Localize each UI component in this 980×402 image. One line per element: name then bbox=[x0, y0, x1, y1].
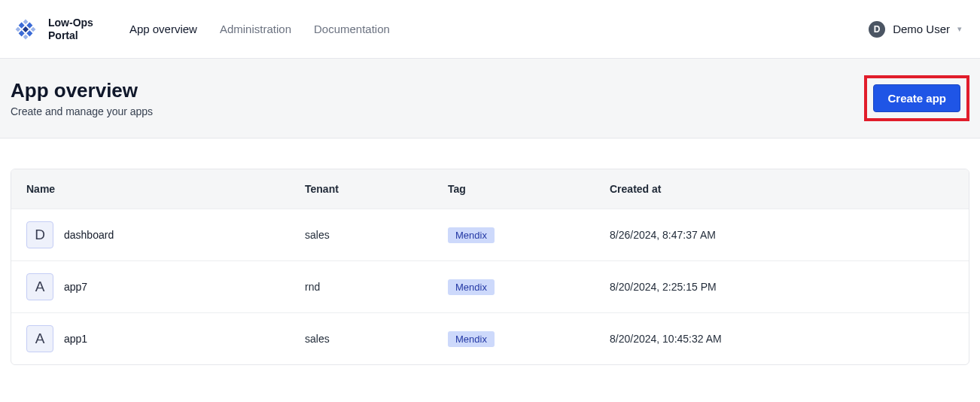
row-tenant: sales bbox=[305, 229, 448, 241]
user-menu[interactable]: D Demo User ▾ bbox=[869, 21, 962, 38]
highlight-annotation: Create app bbox=[864, 75, 969, 121]
col-tag[interactable]: Tag bbox=[448, 183, 610, 195]
tag-badge: Mendix bbox=[448, 227, 495, 243]
brand-line2: Portal bbox=[48, 29, 93, 41]
row-name: app1 bbox=[64, 333, 87, 345]
svg-rect-0 bbox=[23, 26, 29, 32]
nav-app-overview[interactable]: App overview bbox=[129, 23, 197, 35]
tag-badge: Mendix bbox=[448, 331, 495, 347]
table-wrap: Name Tenant Tag Created at D dashboard s… bbox=[0, 139, 980, 365]
row-created: 8/20/2024, 2:25:15 PM bbox=[610, 281, 954, 293]
apps-table: Name Tenant Tag Created at D dashboard s… bbox=[11, 169, 969, 365]
topbar-left: Low-Ops Portal App overview Administrati… bbox=[11, 14, 390, 44]
nav-documentation[interactable]: Documentation bbox=[314, 23, 390, 35]
table-row[interactable]: A app7 rnd Mendix 8/20/2024, 2:25:15 PM bbox=[11, 260, 969, 312]
nav-administration[interactable]: Administration bbox=[220, 23, 291, 35]
svg-rect-3 bbox=[26, 22, 32, 28]
page-title: App overview bbox=[11, 79, 153, 102]
row-avatar: D bbox=[26, 221, 53, 248]
name-cell: D dashboard bbox=[26, 221, 305, 248]
avatar: D bbox=[869, 21, 885, 38]
row-tag-cell: Mendix bbox=[448, 331, 610, 347]
name-cell: A app1 bbox=[26, 325, 305, 352]
col-tenant[interactable]: Tenant bbox=[305, 183, 448, 195]
svg-rect-8 bbox=[23, 34, 29, 39]
topbar: Low-Ops Portal App overview Administrati… bbox=[0, 0, 980, 59]
table-row[interactable]: A app1 sales Mendix 8/20/2024, 10:45:32 … bbox=[11, 312, 969, 364]
row-tag-cell: Mendix bbox=[448, 227, 610, 243]
svg-rect-2 bbox=[26, 30, 32, 36]
row-avatar: A bbox=[26, 273, 53, 300]
page-header-text: App overview Create and manage your apps bbox=[11, 79, 153, 117]
user-name: Demo User bbox=[893, 23, 950, 35]
brand-logo-icon bbox=[11, 14, 41, 44]
chevron-down-icon: ▾ bbox=[957, 24, 962, 34]
svg-rect-7 bbox=[16, 26, 21, 32]
col-created[interactable]: Created at bbox=[610, 183, 954, 195]
brand-line1: Low-Ops bbox=[48, 17, 93, 29]
row-avatar: A bbox=[26, 325, 53, 352]
table-header: Name Tenant Tag Created at bbox=[11, 169, 969, 209]
row-created: 8/26/2024, 8:47:37 AM bbox=[610, 229, 954, 241]
row-tenant: sales bbox=[305, 333, 448, 345]
svg-rect-5 bbox=[23, 19, 29, 24]
brand-text: Low-Ops Portal bbox=[48, 17, 93, 41]
tag-badge: Mendix bbox=[448, 279, 495, 295]
row-tenant: rnd bbox=[305, 281, 448, 293]
svg-rect-4 bbox=[19, 30, 25, 36]
create-app-button[interactable]: Create app bbox=[873, 84, 960, 112]
brand[interactable]: Low-Ops Portal bbox=[11, 14, 93, 44]
row-name: dashboard bbox=[64, 229, 114, 241]
row-name: app7 bbox=[64, 281, 87, 293]
page-header: App overview Create and manage your apps… bbox=[0, 59, 980, 139]
table-row[interactable]: D dashboard sales Mendix 8/26/2024, 8:47… bbox=[11, 209, 969, 260]
page-subtitle: Create and manage your apps bbox=[11, 105, 153, 117]
svg-rect-1 bbox=[19, 22, 25, 28]
main-nav: App overview Administration Documentatio… bbox=[129, 23, 390, 35]
name-cell: A app7 bbox=[26, 273, 305, 300]
row-tag-cell: Mendix bbox=[448, 279, 610, 295]
col-name[interactable]: Name bbox=[26, 183, 305, 195]
svg-rect-6 bbox=[31, 26, 36, 32]
row-created: 8/20/2024, 10:45:32 AM bbox=[610, 333, 954, 345]
